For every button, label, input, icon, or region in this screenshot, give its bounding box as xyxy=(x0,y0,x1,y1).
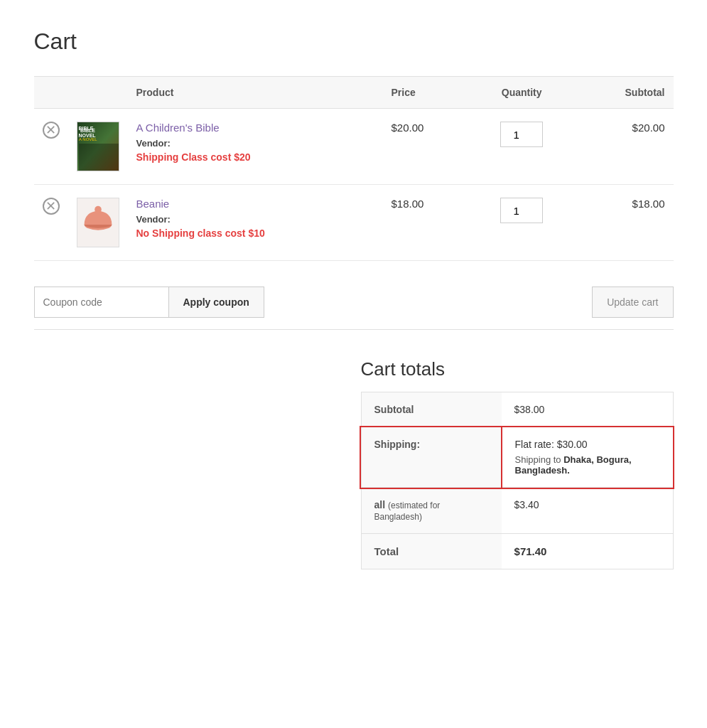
totals-tax-row: all (estimated for Bangladesh) $3.40 xyxy=(361,488,673,534)
quantity-input-beanie[interactable] xyxy=(500,198,543,223)
col-header-remove xyxy=(34,77,68,109)
subtotal-value: $38.00 xyxy=(502,392,673,427)
product-info-cell-bible: A Children's Bible Vendor: Shipping Clas… xyxy=(128,109,383,185)
thumbnail-cell-bible: BIBLE A NOVEL xyxy=(68,109,128,185)
update-cart-button[interactable]: Update cart xyxy=(592,287,673,318)
quantity-input-bible[interactable] xyxy=(500,122,543,147)
total-label: Total xyxy=(361,534,502,569)
shipping-flat-rate: Flat rate: $30.00 xyxy=(515,439,660,450)
shipping-notice-beanie: No Shipping class cost $10 xyxy=(136,228,374,239)
totals-subtotal-row: Subtotal $38.00 xyxy=(361,392,673,427)
apply-coupon-button[interactable]: Apply coupon xyxy=(169,287,264,318)
shipping-label: Shipping: xyxy=(361,427,502,488)
total-value: $71.40 xyxy=(502,534,673,569)
subtotal-cell-beanie: $18.00 xyxy=(574,185,674,261)
subtotal-cell-bible: $20.00 xyxy=(574,109,674,185)
svg-text:A NOVEL: A NOVEL xyxy=(79,137,97,141)
table-row: ✕ xyxy=(34,185,674,261)
product-link-bible[interactable]: A Children's Bible xyxy=(136,122,220,134)
tax-label-text: all (estimated for Bangladesh) xyxy=(374,499,441,522)
tax-value: $3.40 xyxy=(502,488,673,534)
cart-table: Product Price Quantity Subtotal ✕ xyxy=(34,76,674,261)
remove-item-beanie-button[interactable]: ✕ xyxy=(43,198,60,215)
svg-text:BIBLE: BIBLE xyxy=(80,128,95,133)
price-cell-bible: $20.00 xyxy=(382,109,469,185)
coupon-row: Apply coupon Update cart xyxy=(34,275,674,330)
totals-table: Subtotal $38.00 Shipping: Flat rate: $30… xyxy=(361,392,674,569)
col-header-price: Price xyxy=(382,77,469,109)
product-image-bible: BIBLE A NOVEL xyxy=(77,122,119,171)
col-header-product: Product xyxy=(128,77,383,109)
svg-rect-4 xyxy=(79,144,119,171)
thumbnail-cell-beanie xyxy=(68,185,128,261)
coupon-left: Apply coupon xyxy=(34,287,264,318)
totals-shipping-row: Shipping: Flat rate: $30.00 Shipping to … xyxy=(361,427,673,488)
page-container: Cart Product Price Quantity Subtotal ✕ xyxy=(13,0,695,598)
totals-total-row: Total $71.40 xyxy=(361,534,673,569)
table-row: ✕ xyxy=(34,109,674,185)
remove-cell-beanie: ✕ xyxy=(34,185,68,261)
remove-item-bible-button[interactable]: ✕ xyxy=(43,122,60,139)
col-header-subtotal: Subtotal xyxy=(574,77,674,109)
product-link-beanie[interactable]: Beanie xyxy=(136,198,170,210)
cart-totals-title: Cart totals xyxy=(361,358,674,380)
cart-totals: Cart totals Subtotal $38.00 Shipping: Fl… xyxy=(361,358,674,569)
col-header-quantity: Quantity xyxy=(470,77,574,109)
coupon-input[interactable] xyxy=(34,287,169,318)
remove-cell: ✕ xyxy=(34,109,68,185)
svg-point-7 xyxy=(95,206,102,213)
qty-cell-beanie xyxy=(470,185,574,261)
product-info-cell-beanie: Beanie Vendor: No Shipping class cost $1… xyxy=(128,185,383,261)
cart-totals-wrapper: Cart totals Subtotal $38.00 Shipping: Fl… xyxy=(34,358,674,569)
vendor-label-bible: Vendor: xyxy=(136,138,374,149)
shipping-notice-bible: Shipping Class cost $20 xyxy=(136,151,374,163)
col-header-thumb xyxy=(68,77,128,109)
vendor-label-beanie: Vendor: xyxy=(136,214,374,225)
price-cell-beanie: $18.00 xyxy=(382,185,469,261)
subtotal-label: Subtotal xyxy=(361,392,502,427)
shipping-value-cell: Flat rate: $30.00 Shipping to Dhaka, Bog… xyxy=(502,427,673,488)
qty-cell-bible xyxy=(470,109,574,185)
beanie-thumbnail-svg xyxy=(77,198,119,247)
bible-thumbnail-svg: BIBLE A NOVEL xyxy=(77,122,119,171)
page-title: Cart xyxy=(34,28,674,55)
shipping-address: Shipping to Dhaka, Bogura, Bangladesh. xyxy=(515,454,660,476)
product-image-beanie xyxy=(77,198,119,247)
tax-label: all (estimated for Bangladesh) xyxy=(361,488,502,534)
